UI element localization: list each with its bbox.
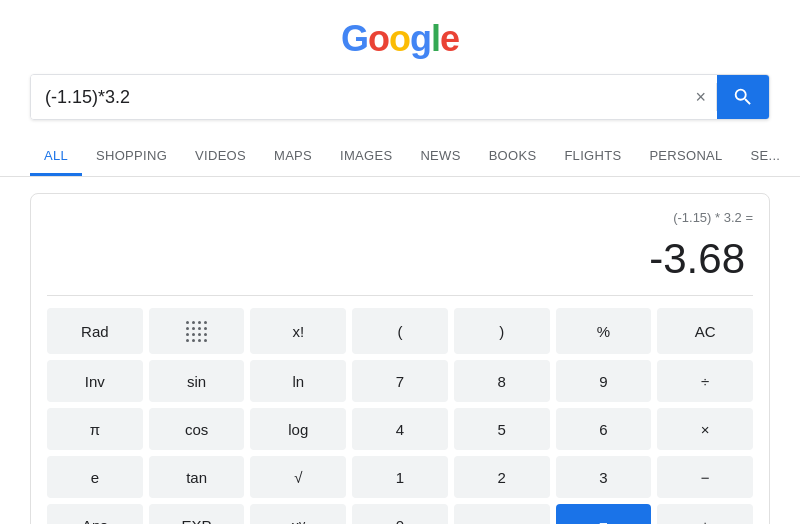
tab-news[interactable]: NEWS [406,138,474,176]
calculator-card: (-1.15) * 3.2 = -3.68 Rad x! ( ) % AC In… [30,193,770,524]
four-btn[interactable]: 4 [352,408,448,450]
logo-e: e [440,18,459,59]
nine-btn[interactable]: 9 [556,360,652,402]
power-btn[interactable]: xy [250,504,346,524]
logo-o2: o [389,18,410,59]
one-btn[interactable]: 1 [352,456,448,498]
tab-images[interactable]: IMAGES [326,138,406,176]
sin-btn[interactable]: sin [149,360,245,402]
multiply-btn[interactable]: × [657,408,753,450]
calc-expression: (-1.15) * 3.2 = [47,210,753,225]
nav-tabs: ALL SHOPPING VIDEOS MAPS IMAGES NEWS BOO… [0,138,800,177]
tab-personal[interactable]: PERSONAL [635,138,736,176]
pi-btn[interactable]: π [47,408,143,450]
e-btn[interactable]: e [47,456,143,498]
search-input[interactable] [31,75,685,119]
rad-btn[interactable]: Rad [47,308,143,354]
tab-flights[interactable]: FLIGHTS [550,138,635,176]
calc-grid: Rad x! ( ) % AC Inv sin ln 7 8 9 ÷ π cos… [47,308,753,524]
eight-btn[interactable]: 8 [454,360,550,402]
two-btn[interactable]: 2 [454,456,550,498]
ans-btn[interactable]: Ans [47,504,143,524]
tab-videos[interactable]: VIDEOS [181,138,260,176]
factorial-btn[interactable]: x! [250,308,346,354]
close-paren-btn[interactable]: ) [454,308,550,354]
logo-o1: o [368,18,389,59]
sqrt-btn[interactable]: √ [250,456,346,498]
percent-btn[interactable]: % [556,308,652,354]
search-bar: × [30,74,770,120]
google-logo: Google [341,18,459,60]
five-btn[interactable]: 5 [454,408,550,450]
divide-btn[interactable]: ÷ [657,360,753,402]
logo-g: G [341,18,368,59]
tab-more[interactable]: SE... [737,138,795,176]
decimal-btn[interactable]: . [454,504,550,524]
calc-result: -3.68 [47,229,753,296]
three-btn[interactable]: 3 [556,456,652,498]
grid-btn[interactable] [149,308,245,354]
plus-btn[interactable]: + [657,504,753,524]
ac-btn[interactable]: AC [657,308,753,354]
tan-btn[interactable]: tan [149,456,245,498]
exp-btn[interactable]: EXP [149,504,245,524]
open-paren-btn[interactable]: ( [352,308,448,354]
search-submit-button[interactable] [717,74,769,120]
header: Google × [0,0,800,130]
tab-maps[interactable]: MAPS [260,138,326,176]
equals-btn[interactable]: = [556,504,652,524]
zero-btn[interactable]: 0 [352,504,448,524]
tab-books[interactable]: BOOKS [475,138,551,176]
inv-btn[interactable]: Inv [47,360,143,402]
search-icon [732,86,754,108]
ln-btn[interactable]: ln [250,360,346,402]
six-btn[interactable]: 6 [556,408,652,450]
log-btn[interactable]: log [250,408,346,450]
logo-g2: g [410,18,431,59]
search-clear-button[interactable]: × [685,75,716,119]
logo-l: l [431,18,440,59]
cos-btn[interactable]: cos [149,408,245,450]
seven-btn[interactable]: 7 [352,360,448,402]
tab-all[interactable]: ALL [30,138,82,176]
tab-shopping[interactable]: SHOPPING [82,138,181,176]
minus-btn[interactable]: − [657,456,753,498]
